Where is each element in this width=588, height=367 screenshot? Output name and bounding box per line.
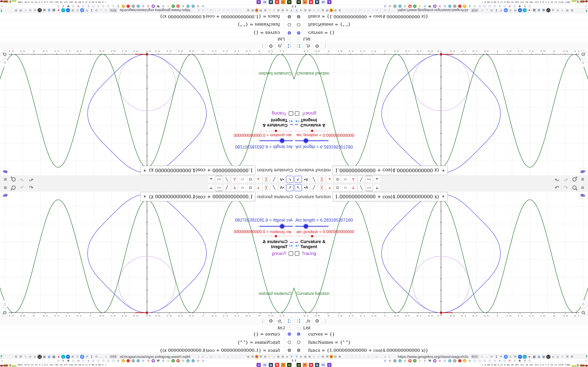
visibility-marble-icon[interactable] [297,31,300,35]
visibility-marble-icon[interactable] [288,15,291,18]
f-favicon[interactable]: f [62,359,65,362]
slider-thumb[interactable] [304,139,308,143]
point-tool[interactable]: •A [303,176,310,183]
wave-favicon[interactable]: ∿ [172,5,175,8]
undo-icon[interactable]: ↶ [29,185,34,190]
page-zoom-badge[interactable]: 81% [471,355,479,359]
download-icon[interactable]: ↧ [494,355,498,359]
google-favicon[interactable]: G [423,5,426,8]
more-options-icon[interactable]: ⋮ [323,43,328,48]
dot-icon[interactable]: ○ [227,8,229,12]
polygon-tool[interactable]: ▲ [255,184,262,191]
photo-favicon[interactable]: ▲ [463,5,466,8]
slider-tool[interactable]: a=2 [215,176,223,183]
monitor-app-icon[interactable]: ▣ [269,363,273,367]
settings-button[interactable]: ⚙ [267,317,275,325]
conic-tool[interactable]: ○ [238,176,248,183]
ud-icon[interactable]: U [38,355,42,359]
redo-icon[interactable]: ↷ [20,185,25,190]
sdcard-app-icon[interactable]: ▤ [296,0,301,4]
google-favicon[interactable]: G [388,359,392,362]
pen-icon[interactable]: ✎ [499,8,503,12]
google-favicon[interactable]: G [142,359,145,362]
curvature-function-dropdown[interactable]: 1.000000000000 + cos(4.000000000000 x) ▼ [140,192,255,201]
pen-icon[interactable]: ✎ [85,355,89,359]
gear-favicon[interactable]: ⚙ [67,359,70,362]
forward-icon[interactable]: → [99,8,103,12]
arc-position-slider[interactable] [254,234,294,237]
sdcard-app-icon[interactable]: ▤ [287,0,292,4]
reflect-tool[interactable]: ╲ [223,184,231,191]
google-favicon[interactable]: G [182,5,185,8]
downloader-icon[interactable]: ↓ [61,8,65,12]
home-button[interactable]: ⌂ [1,300,9,308]
info-favicon[interactable]: i [453,359,456,362]
visibility-marble-icon[interactable] [297,332,300,336]
shield-gray-icon[interactable]: ◈ [551,355,555,359]
funcnames-row[interactable]: funcNames = {" "} [0,21,294,29]
cat-app-icon[interactable]: ᴥ [256,0,261,4]
zoom-in-button[interactable]: + [1,309,9,316]
reflect-tool[interactable]: ╲ [357,176,365,183]
firefox-icon[interactable] [255,355,259,359]
arc-length-slider[interactable] [294,138,334,143]
lock-icon[interactable]: ▯ [388,355,391,359]
slider-thumb[interactable] [311,130,313,132]
move-tool[interactable]: ↖ [294,176,302,183]
globe-extension-icon[interactable]: ⊕ [303,355,307,359]
graphics-stylebar-toggle[interactable]: = ▲ [1,168,9,175]
line-tool[interactable]: ╱ [270,176,278,183]
counter-icon[interactable]: 0 [509,355,513,359]
settings-app-icon[interactable]: ✿ [309,363,313,367]
visibility-marble-icon[interactable] [297,23,300,26]
octagon-favicon[interactable]: ⬡ [528,5,531,8]
slider-thumb[interactable] [311,235,313,237]
wave-favicon[interactable]: ∿ [172,359,175,362]
sort-tree-button[interactable] [285,42,293,50]
globe-extension-icon[interactable]: ⊕ [276,8,280,12]
octagon-favicon[interactable]: ⬡ [513,359,516,362]
more-options-icon[interactable]: ⋮ [260,43,265,48]
page-zoom-badge[interactable]: 81% [109,8,117,12]
google-favicon[interactable]: G [162,5,165,8]
slider-tool[interactable]: a=2 [365,176,373,183]
pen-icon[interactable]: ✎ [85,8,89,12]
google-favicon[interactable]: G [438,5,441,8]
red-favicon[interactable] [458,5,461,8]
sphere-icon[interactable]: ◍ [47,355,51,359]
octagon-favicon[interactable]: ⬡ [528,359,531,362]
circle-tool[interactable]: ⊙ [334,184,341,191]
flower-favicon[interactable]: ✿ [152,5,155,8]
firefox-app-icon[interactable] [303,363,307,367]
google-favicon[interactable]: G [403,359,406,362]
bucket-icon[interactable]: ▣ [42,8,46,12]
overflow-chevron-icon[interactable]: ∧ [585,5,588,8]
gear-extension-icon[interactable]: ⚙ [333,8,337,12]
ghost-icon[interactable]: ▢ [239,355,242,359]
funcs-row[interactable]: funcs = {1.000000000000 + cos(4.00000000… [0,346,294,354]
arc-position-slider[interactable] [294,130,334,133]
funcnames-row[interactable]: funcNames = {" "} [294,338,588,346]
gear-favicon[interactable]: ⚙ [518,5,521,8]
firefox-icon[interactable] [329,355,333,359]
translate-icon[interactable]: A [80,355,84,359]
google-favicon[interactable]: G [201,359,205,362]
search-icon[interactable] [12,186,16,190]
intersect-tool[interactable]: ╳ [262,176,270,183]
cat-app-icon[interactable]: ᴥ [327,363,332,367]
firefox-app-icon[interactable] [281,363,285,367]
sdcard-app-icon[interactable]: ▤ [287,363,292,367]
gear2-icon[interactable]: ⚙ [570,355,574,359]
funcs-row[interactable]: funcs = {1.000000000000 + cos(4.00000000… [0,13,294,21]
bookmark-star-icon[interactable]: ☆ [104,355,108,359]
pen-icon[interactable]: ✎ [499,355,503,359]
arc-length-slider[interactable] [254,224,294,229]
line-tool[interactable]: ╱ [310,176,318,183]
mosaic-favicon[interactable] [186,5,190,8]
forward-icon[interactable]: → [485,8,489,12]
octagon-favicon[interactable]: ⬡ [107,5,110,8]
gear-extension-icon[interactable]: ⚙ [333,355,337,359]
octagon-favicon[interactable]: ⬡ [478,359,481,362]
conic-tool[interactable]: ○ [341,184,351,191]
google-favicon[interactable]: G [508,5,511,8]
